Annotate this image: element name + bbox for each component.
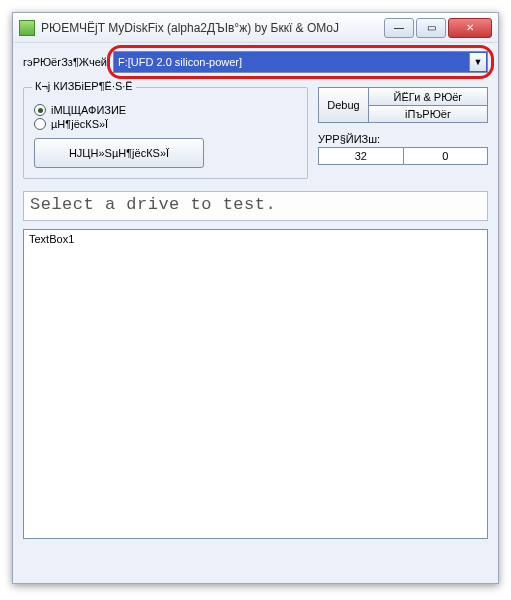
window-controls: — ▭ ✕ xyxy=(382,18,492,38)
stats-row: 32 0 xyxy=(318,147,488,165)
log-content: TextBox1 xyxy=(29,233,74,245)
radio-icon xyxy=(34,118,46,130)
scan-fix-label: ЙЁГи & РЮёг xyxy=(394,91,463,103)
window-title: РЮЕМЧЁјТ MyDiskFix (alpha2ДЪІв°ж) by Бкк… xyxy=(41,21,382,35)
minimize-button[interactable]: — xyxy=(384,18,414,38)
maximize-button[interactable]: ▭ xyxy=(416,18,446,38)
titlebar: РЮЕМЧЁјТ MyDiskFix (alpha2ДЪІв°ж) by Бкк… xyxy=(13,13,498,43)
action-buttons: Debug ЙЁГи & РЮёг іПъРЮёг xyxy=(318,87,488,123)
debug-button[interactable]: Debug xyxy=(318,87,368,123)
radio-icon xyxy=(34,104,46,116)
stats-label: УРР§ЙИЗш: xyxy=(318,133,488,145)
log-textbox[interactable]: TextBox1 xyxy=(23,229,488,539)
drive-select[interactable]: F:[UFD 2.0 silicon-power] ▼ xyxy=(113,51,488,73)
radio-label-2: µН¶јёсКЅ»Ї xyxy=(51,118,108,130)
stats-value-2: 0 xyxy=(404,147,489,165)
right-column: Debug ЙЁГи & РЮёг іПъРЮёг УРР§ЙИЗш: xyxy=(318,87,488,179)
drive-select-value: F:[UFD 2.0 silicon-power] xyxy=(118,56,242,68)
client-area: гэРЮёгЗз¶Жчей: F:[UFD 2.0 silicon-power]… xyxy=(13,43,498,583)
scan-mode-legend: К¬ј КИЗБіЕР¶Ё·S·Ё xyxy=(32,80,136,92)
chevron-down-icon[interactable]: ▼ xyxy=(469,53,486,71)
close-button[interactable]: ✕ xyxy=(448,18,492,38)
debug-label: Debug xyxy=(327,99,359,111)
left-column: К¬ј КИЗБіЕР¶Ё·S·Ё іМЦЩАФИЗИЕ µН¶јёсКЅ»Ї … xyxy=(23,87,308,179)
drive-select-wrap: F:[UFD 2.0 silicon-power] ▼ xyxy=(113,51,488,73)
radio-option-2[interactable]: µН¶јёсКЅ»Ї xyxy=(34,118,297,130)
drive-label: гэРЮёгЗз¶Жчей: xyxy=(23,56,113,68)
undo-fix-button[interactable]: іПъРЮёг xyxy=(368,105,488,123)
radio-label-1: іМЦЩАФИЗИЕ xyxy=(51,104,126,116)
app-icon xyxy=(19,20,35,36)
app-window: РЮЕМЧЁјТ MyDiskFix (alpha2ДЪІв°ж) by Бкк… xyxy=(12,12,499,584)
radio-option-1[interactable]: іМЦЩАФИЗИЕ xyxy=(34,104,297,116)
status-message: Select a drive to test. xyxy=(23,191,488,221)
scan-mode-group: К¬ј КИЗБіЕР¶Ё·S·Ё іМЦЩАФИЗИЕ µН¶јёсКЅ»Ї … xyxy=(23,87,308,179)
stats-value-1: 32 xyxy=(318,147,404,165)
scan-fix-button[interactable]: ЙЁГи & РЮёг xyxy=(368,87,488,105)
undo-fix-label: іПъРЮёг xyxy=(405,108,451,120)
middle-panels: К¬ј КИЗБіЕР¶Ё·S·Ё іМЦЩАФИЗИЕ µН¶јёсКЅ»Ї … xyxy=(23,87,488,179)
format-button[interactable]: НЈЦН»ЅµН¶јёсКЅ»Ї xyxy=(34,138,204,168)
drive-row: гэРЮёгЗз¶Жчей: F:[UFD 2.0 silicon-power]… xyxy=(23,51,488,73)
format-button-label: НЈЦН»ЅµН¶јёсКЅ»Ї xyxy=(69,147,169,159)
